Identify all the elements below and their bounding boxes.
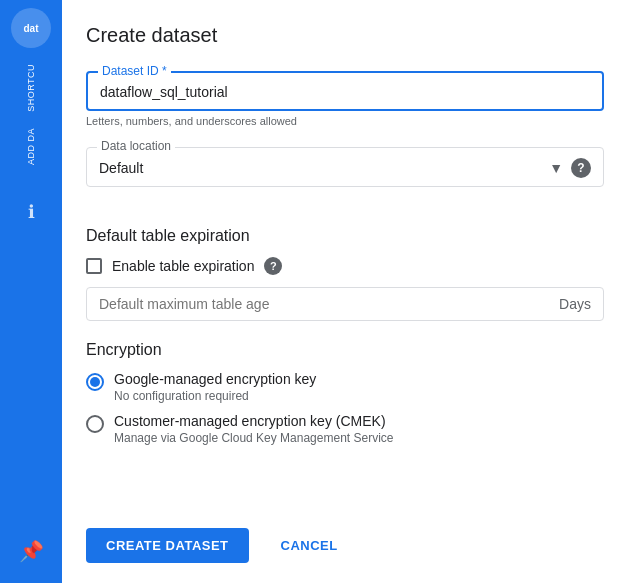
- max-table-age-input[interactable]: [99, 296, 559, 312]
- enable-expiration-label: Enable table expiration: [112, 258, 254, 274]
- dropdown-arrow-icon[interactable]: ▼: [549, 160, 563, 176]
- sidebar-shortcut-label: SHORTCU: [26, 64, 36, 112]
- encryption-title: Encryption: [86, 341, 604, 359]
- cancel-button[interactable]: CANCEL: [265, 528, 354, 563]
- create-dataset-dialog: Create dataset Dataset ID * Letters, num…: [62, 0, 628, 583]
- enable-expiration-checkbox[interactable]: [86, 258, 102, 274]
- expiration-help-icon[interactable]: ?: [264, 257, 282, 275]
- data-location-value: Default: [99, 160, 549, 176]
- dataset-id-hint: Letters, numbers, and underscores allowe…: [86, 115, 604, 127]
- google-managed-radio[interactable]: [86, 373, 104, 391]
- table-expiration-title: Default table expiration: [86, 227, 604, 245]
- sidebar-add-label: ADD DA: [26, 128, 36, 165]
- data-location-field-group: Data location Default ▼ ?: [86, 147, 604, 207]
- dialog-footer: CREATE DATASET CANCEL: [86, 508, 604, 563]
- sidebar: dat SHORTCU ADD DA ℹ 📌: [0, 0, 62, 583]
- google-managed-label: Google-managed encryption key: [114, 371, 316, 387]
- age-unit-label: Days: [559, 296, 591, 312]
- encryption-section: Encryption Google-managed encryption key…: [86, 341, 604, 455]
- table-expiration-section: Default table expiration Enable table ex…: [86, 227, 604, 341]
- customer-managed-radio-row: Customer-managed encryption key (CMEK) M…: [86, 413, 604, 445]
- data-location-label: Data location: [97, 139, 175, 153]
- dataset-id-label: Dataset ID *: [98, 64, 171, 78]
- google-managed-radio-row: Google-managed encryption key No configu…: [86, 371, 604, 403]
- google-managed-sublabel: No configuration required: [114, 389, 316, 403]
- data-location-help-icon[interactable]: ?: [571, 158, 591, 178]
- dataset-id-input[interactable]: [100, 84, 590, 100]
- dialog-title: Create dataset: [86, 24, 604, 47]
- customer-managed-text: Customer-managed encryption key (CMEK) M…: [114, 413, 394, 445]
- data-location-row: Default ▼ ?: [99, 158, 591, 178]
- sidebar-info-icon: ℹ: [28, 201, 35, 223]
- sidebar-pin-icon: 📌: [19, 539, 44, 563]
- create-dataset-button[interactable]: CREATE DATASET: [86, 528, 249, 563]
- sidebar-logo: dat: [11, 8, 51, 48]
- customer-managed-label: Customer-managed encryption key (CMEK): [114, 413, 394, 429]
- google-managed-text: Google-managed encryption key No configu…: [114, 371, 316, 403]
- max-table-age-wrapper: Days: [86, 287, 604, 321]
- data-location-icons: ▼ ?: [549, 158, 591, 178]
- dataset-id-field-group: Dataset ID * Letters, numbers, and under…: [86, 71, 604, 127]
- data-location-outlined-field: Data location Default ▼ ?: [86, 147, 604, 187]
- dataset-id-outlined-field: Dataset ID *: [86, 71, 604, 111]
- customer-managed-sublabel: Manage via Google Cloud Key Management S…: [114, 431, 394, 445]
- customer-managed-radio[interactable]: [86, 415, 104, 433]
- google-managed-radio-inner: [90, 377, 100, 387]
- enable-expiration-row: Enable table expiration ?: [86, 257, 604, 275]
- sidebar-logo-text: dat: [24, 23, 39, 34]
